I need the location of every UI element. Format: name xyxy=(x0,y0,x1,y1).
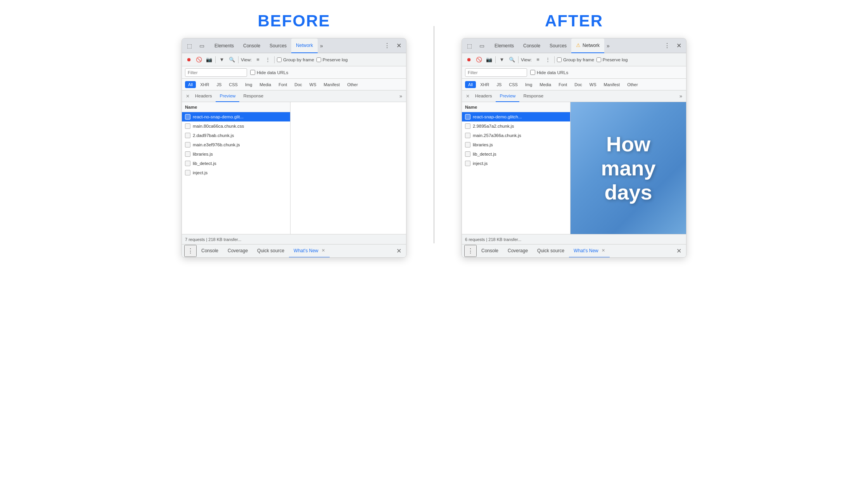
filter-doc[interactable]: Doc xyxy=(291,81,305,88)
after-device-icon[interactable]: ▭ xyxy=(477,41,487,51)
after-filter-button[interactable]: ▼ xyxy=(498,56,506,64)
after-filter-js[interactable]: JS xyxy=(493,81,505,88)
after-list-view-btn[interactable]: ≡ xyxy=(534,56,542,64)
after-filter-manifest[interactable]: Manifest xyxy=(601,81,623,88)
after-file-item-5[interactable]: inject.js xyxy=(462,159,570,168)
after-filter-xhr[interactable]: XHR xyxy=(477,81,492,88)
filter-media[interactable]: Media xyxy=(256,81,274,88)
file-item-4[interactable]: libraries.js xyxy=(182,149,290,159)
bottom-tab-close-x[interactable]: ✕ xyxy=(322,248,325,253)
after-tab-response[interactable]: Response xyxy=(519,90,547,102)
filter-manifest[interactable]: Manifest xyxy=(321,81,343,88)
filter-xhr[interactable]: XHR xyxy=(197,81,212,88)
bottom-tab-whats-new[interactable]: What's New ✕ xyxy=(289,244,330,258)
bottom-tab-quick-source[interactable]: Quick source xyxy=(252,244,289,258)
tree-view-btn[interactable]: ⋮ xyxy=(264,56,272,64)
filter-all[interactable]: All xyxy=(185,81,196,88)
device-icon[interactable]: ▭ xyxy=(197,41,207,51)
after-file-item-1[interactable]: 2.9895a7a2.chunk.js xyxy=(462,121,570,131)
filter-img[interactable]: Img xyxy=(242,81,255,88)
after-file-item-0[interactable]: react-snap-demo.glitch... xyxy=(462,112,570,121)
file-item-3[interactable]: main.e3ef976b.chunk.js xyxy=(182,140,290,149)
stop-button[interactable]: 🚫 xyxy=(195,56,203,64)
after-filter-css[interactable]: CSS xyxy=(506,81,521,88)
preserve-log-checkbox[interactable] xyxy=(316,57,321,62)
after-preserve-log-checkbox[interactable] xyxy=(597,57,601,62)
tab-response[interactable]: Response xyxy=(239,90,267,102)
after-filter-img[interactable]: Img xyxy=(522,81,535,88)
devtools-close-btn[interactable]: ✕ xyxy=(394,41,404,50)
after-file-item-4[interactable]: lib_detect.js xyxy=(462,149,570,159)
panel-tab-more[interactable]: » xyxy=(398,93,404,99)
filter-ws[interactable]: WS xyxy=(306,81,320,88)
after-search-button[interactable]: 🔍 xyxy=(508,56,516,64)
tab-overflow-btn[interactable]: » xyxy=(318,41,325,50)
file-item-1[interactable]: main.80ca66ca.chunk.css xyxy=(182,121,290,131)
after-group-by-frame-checkbox[interactable] xyxy=(557,57,562,62)
hide-data-urls-checkbox[interactable] xyxy=(250,70,255,75)
after-tree-view-btn[interactable]: ⋮ xyxy=(544,56,552,64)
after-tab-preview[interactable]: Preview xyxy=(496,90,519,102)
after-filter-input[interactable] xyxy=(465,68,527,77)
after-bottom-tab-coverage[interactable]: Coverage xyxy=(503,244,533,258)
list-view-btn[interactable]: ≡ xyxy=(254,56,262,64)
after-panel-tab-more[interactable]: » xyxy=(678,93,684,99)
tab-sources[interactable]: Sources xyxy=(265,38,291,53)
filter-js[interactable]: JS xyxy=(213,81,225,88)
after-devtools-more-btn[interactable]: ⋮ xyxy=(662,41,673,50)
tab-network[interactable]: Network xyxy=(291,38,318,53)
after-tab-network[interactable]: ⚠ Network xyxy=(571,38,604,53)
after-stop-button[interactable]: 🚫 xyxy=(475,56,483,64)
filter-button[interactable]: ▼ xyxy=(218,56,226,64)
filter-other[interactable]: Other xyxy=(344,81,361,88)
tab-headers[interactable]: Headers xyxy=(191,90,216,102)
after-bottom-tab-whats-new[interactable]: What's New ✕ xyxy=(569,244,610,258)
filter-input[interactable] xyxy=(185,68,247,77)
file-item-0[interactable]: react-no-snap-demo.glit... xyxy=(182,112,290,121)
bottom-more-btn[interactable]: ⋮ xyxy=(184,245,197,257)
after-preview-panel: Howmanydays xyxy=(571,102,686,234)
after-bottom-tab-console[interactable]: Console xyxy=(477,244,503,258)
after-bottom-more-btn[interactable]: ⋮ xyxy=(464,245,477,257)
after-filter-other[interactable]: Other xyxy=(624,81,641,88)
after-panel-tab-close[interactable]: ✕ xyxy=(464,94,471,99)
tab-elements[interactable]: Elements xyxy=(210,38,239,53)
after-bottom-tab-quick-source[interactable]: Quick source xyxy=(533,244,569,258)
camera-button[interactable]: 📷 xyxy=(205,56,213,64)
devtools-bottom-close[interactable]: ✕ xyxy=(394,247,404,255)
after-hide-data-urls-checkbox[interactable] xyxy=(530,70,535,75)
bottom-tab-console[interactable]: Console xyxy=(197,244,223,258)
after-filter-all[interactable]: All xyxy=(465,81,476,88)
after-file-item-3[interactable]: libraries.js xyxy=(462,140,570,149)
after-record-button[interactable]: ⏺ xyxy=(465,56,473,64)
after-tab-elements[interactable]: Elements xyxy=(490,38,519,53)
after-tab-overflow-btn[interactable]: » xyxy=(604,41,612,50)
record-button[interactable]: ⏺ xyxy=(185,56,193,64)
file-item-2[interactable]: 2.dad97bab.chunk.js xyxy=(182,131,290,140)
file-item-5[interactable]: lib_detect.js xyxy=(182,159,290,168)
tab-console[interactable]: Console xyxy=(239,38,265,53)
after-filter-font[interactable]: Font xyxy=(555,81,570,88)
devtools-more-btn[interactable]: ⋮ xyxy=(382,41,393,50)
tab-preview[interactable]: Preview xyxy=(216,90,239,102)
panel-tab-close[interactable]: ✕ xyxy=(184,94,191,99)
after-devtools-close-btn[interactable]: ✕ xyxy=(674,41,684,50)
after-filter-media[interactable]: Media xyxy=(536,81,554,88)
after-tab-headers[interactable]: Headers xyxy=(471,90,496,102)
search-button[interactable]: 🔍 xyxy=(228,56,236,64)
after-filter-doc[interactable]: Doc xyxy=(571,81,585,88)
filter-css[interactable]: CSS xyxy=(226,81,241,88)
group-by-frame-checkbox[interactable] xyxy=(277,57,282,62)
after-tab-sources[interactable]: Sources xyxy=(545,38,571,53)
after-bottom-tab-close-x[interactable]: ✕ xyxy=(602,248,605,253)
after-devtools-bottom-close[interactable]: ✕ xyxy=(674,247,684,255)
filter-font[interactable]: Font xyxy=(275,81,290,88)
after-filter-ws[interactable]: WS xyxy=(586,81,600,88)
file-item-6[interactable]: inject.js xyxy=(182,168,290,177)
bottom-tab-coverage[interactable]: Coverage xyxy=(223,244,252,258)
after-tab-console[interactable]: Console xyxy=(519,38,545,53)
after-file-item-2[interactable]: main.257a366a.chunk.js xyxy=(462,131,570,140)
inspect-icon[interactable]: ⬚ xyxy=(184,41,194,51)
after-inspect-icon[interactable]: ⬚ xyxy=(464,41,474,51)
after-camera-button[interactable]: 📷 xyxy=(485,56,493,64)
